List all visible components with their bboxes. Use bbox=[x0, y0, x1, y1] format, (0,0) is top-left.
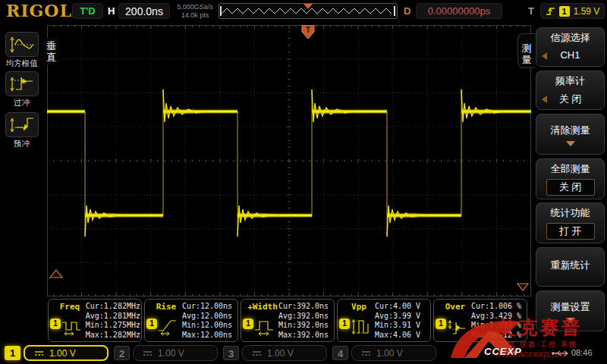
preview-wave-icon bbox=[219, 4, 397, 18]
measure-menu-tab-text: 测量 bbox=[521, 42, 533, 65]
usb-icon bbox=[551, 350, 569, 357]
menu-item-value: CH1 bbox=[536, 49, 604, 61]
pwidth-icon bbox=[254, 318, 275, 336]
left-arrow-icon bbox=[542, 96, 547, 103]
rms-icon bbox=[8, 35, 36, 55]
measure-menu-tab[interactable]: 测量 bbox=[517, 33, 535, 68]
menu-source-select[interactable]: 信源选择 CH1 bbox=[536, 27, 605, 67]
dc-coupling-icon bbox=[143, 350, 153, 357]
acquisition-info: 5.000GSa/s 14.0k pts bbox=[171, 3, 219, 20]
menu-item-value-box: 打 开 bbox=[546, 223, 595, 240]
trigger-settings[interactable]: 1 1.59 V bbox=[540, 3, 605, 19]
sample-rate: 5.000GSa/s bbox=[171, 3, 219, 11]
rising-edge-icon bbox=[546, 6, 555, 17]
grid-lines bbox=[47, 25, 531, 297]
pan-up-arrow[interactable] bbox=[50, 270, 62, 278]
menu-item-title: 重新统计 bbox=[536, 259, 604, 272]
menu-clear-measure[interactable]: 清除测量 bbox=[536, 114, 605, 155]
channel-2-badge: 2 bbox=[114, 346, 130, 360]
measure-box-vpp: Vpp 1 Cur:4.00 V Avg:3.99 V Min:3.91 V M… bbox=[337, 299, 431, 342]
delay-label: D bbox=[404, 5, 410, 17]
trigger-status-badge: T'D bbox=[72, 3, 103, 19]
overshoot-icon bbox=[8, 74, 36, 94]
channel-3-scale: 1.00 V bbox=[242, 345, 327, 361]
menu-restat[interactable]: 重新统计 bbox=[536, 247, 605, 287]
menu-item-title: 测量设置 bbox=[536, 300, 604, 314]
pan-down-arrow[interactable] bbox=[517, 284, 528, 290]
measure-box-pwidth: +Width 1 Cur:392.0ns Avg:392.0ns Min:392… bbox=[241, 299, 335, 342]
channel-4-control[interactable]: 4 1.00 V bbox=[332, 345, 436, 361]
menu-item-title: 统计功能 bbox=[536, 206, 604, 220]
menu-all-measure[interactable]: 全部测量 关 闭 bbox=[536, 158, 605, 199]
preshoot-button[interactable] bbox=[5, 112, 39, 137]
channel-badge: 1 bbox=[339, 318, 350, 329]
measure-name: Over bbox=[434, 302, 476, 312]
left-toolbar: 均方根值 过冲 预冲 bbox=[0, 23, 43, 341]
waveform-trace-ch1 bbox=[47, 89, 531, 237]
vertical-menu-text: 垂直 bbox=[46, 40, 57, 63]
channel-badge: 1 bbox=[146, 318, 157, 329]
measure-name: Vpp bbox=[338, 302, 380, 312]
trigger-position-marker[interactable]: T bbox=[302, 25, 314, 39]
dc-coupling-icon bbox=[361, 350, 371, 357]
measure-box-freq: Freq 1 Cur:1.282MHz Avg:1.281MHz Min:1.2… bbox=[48, 299, 142, 342]
overshoot-button[interactable] bbox=[5, 71, 39, 96]
overshoot-label: 过冲 bbox=[0, 98, 43, 108]
rise-icon bbox=[158, 318, 178, 336]
channel-badge: 1 bbox=[50, 318, 61, 329]
menu-item-title: 频率计 bbox=[536, 74, 604, 88]
rms-button[interactable] bbox=[5, 32, 39, 57]
measure-name: Rise bbox=[145, 302, 187, 312]
channel-badge: 1 bbox=[243, 318, 253, 329]
measure-values: Cur:1.282MHz Avg:1.281MHz Min:1.275MHz M… bbox=[83, 300, 141, 341]
channel-3-control[interactable]: 3 1.00 V bbox=[223, 345, 327, 361]
graticule: T bbox=[47, 25, 531, 297]
preshoot-icon bbox=[8, 115, 36, 135]
measure-values: Cur:4.00 V Avg:3.99 V Min:3.91 V Max:4.0… bbox=[373, 300, 430, 341]
menu-item-title: 全部测量 bbox=[536, 162, 604, 176]
channel-3-badge: 3 bbox=[223, 346, 239, 360]
vpp-icon bbox=[351, 318, 371, 336]
channel-1-control[interactable]: 1 1.00 V bbox=[5, 345, 109, 361]
channel-2-control[interactable]: 2 1.00 V bbox=[114, 345, 218, 361]
rigol-logo: RIGOL bbox=[6, 1, 72, 20]
oscilloscope-screen: RIGOL T'D H 200.0ns 5.000GSa/s 14.0k pts… bbox=[0, 0, 607, 364]
dc-coupling-icon bbox=[34, 350, 44, 357]
waveform-preview-strip[interactable] bbox=[219, 3, 398, 19]
timebase-readout[interactable]: 200.0ns bbox=[118, 3, 170, 19]
rms-label: 均方根值 bbox=[0, 58, 43, 69]
trigger-label: T bbox=[528, 5, 534, 17]
freq-icon bbox=[61, 318, 82, 336]
delay-readout[interactable]: 0.00000000ps bbox=[416, 3, 502, 19]
trigger-source-badge: 1 bbox=[559, 6, 570, 17]
channel-4-badge: 4 bbox=[332, 346, 348, 360]
vertical-menu-label: 垂直 bbox=[43, 38, 59, 65]
menu-item-value-box: 关 闭 bbox=[546, 179, 595, 196]
measure-values: Cur:12.00ns Avg:12.00ns Min:12.00ns Max:… bbox=[180, 300, 237, 341]
trigger-level-readout: 1.59 V bbox=[574, 6, 600, 17]
channel-1-badge: 1 bbox=[5, 346, 20, 360]
menu-statistics[interactable]: 统计功能 打 开 bbox=[536, 202, 605, 243]
menu-item-title: 信源选择 bbox=[536, 31, 604, 45]
measure-box-rise: Rise 1 Cur:12.00ns Avg:12.00ns Min:12.00… bbox=[144, 299, 238, 342]
measure-name: Freq bbox=[49, 302, 91, 312]
status-bar: RIGOL T'D H 200.0ns 5.000GSa/s 14.0k pts… bbox=[0, 0, 607, 23]
measure-values: Cur:392.0ns Avg:392.0ns Min:392.0ns Max:… bbox=[276, 300, 334, 341]
channel-1-scale: 1.00 V bbox=[24, 345, 109, 361]
menu-item-title: 清除测量 bbox=[536, 124, 604, 137]
left-arrow-icon bbox=[542, 52, 547, 60]
channel-2-scale: 1.00 V bbox=[133, 345, 218, 361]
ccexp-logo-text: CCEXP bbox=[484, 346, 522, 357]
measure-name: +Width bbox=[241, 302, 284, 312]
menu-freq-counter[interactable]: 频率计 关 闭 bbox=[536, 71, 605, 110]
svg-text:T: T bbox=[306, 26, 310, 34]
channel-4-scale: 1.00 V bbox=[351, 345, 436, 361]
dc-coupling-icon bbox=[252, 350, 262, 357]
horizontal-label: H bbox=[108, 5, 115, 17]
memory-depth: 14.0k pts bbox=[171, 11, 219, 20]
preshoot-label: 预冲 bbox=[0, 139, 43, 149]
menu-item-value: 关 闭 bbox=[536, 93, 604, 106]
preview-trigger-marker bbox=[304, 4, 313, 9]
clock-readout: 08:46 bbox=[571, 348, 593, 357]
down-arrow-icon bbox=[566, 141, 575, 146]
